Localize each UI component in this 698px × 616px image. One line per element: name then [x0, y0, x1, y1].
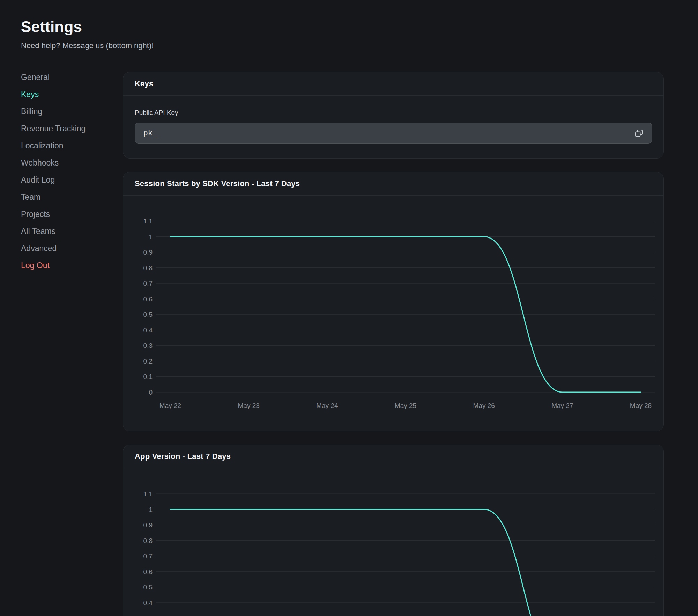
app-version-chart-header: App Version - Last 7 Days: [123, 445, 663, 468]
y-tick-label: 0.9: [143, 249, 153, 256]
app-version-chart-card: App Version - Last 7 Days 00.10.20.30.40…: [123, 445, 664, 616]
x-tick-label: May 24: [316, 402, 338, 409]
sdk-version-chart-header: Session Starts by SDK Version - Last 7 D…: [123, 172, 663, 196]
y-tick-label: 0.8: [143, 537, 153, 544]
app-version-chart: 00.10.20.30.40.50.60.70.80.911.1May 22Ma…: [123, 468, 664, 616]
sidebar-item-webhooks[interactable]: Webhooks: [21, 158, 123, 168]
y-axis-labels: 00.10.20.30.40.50.60.70.80.911.1: [143, 490, 153, 616]
public-api-key-label: Public API Key: [135, 109, 652, 117]
settings-layout: GeneralKeysBillingRevenue TrackingLocali…: [21, 72, 664, 616]
y-axis-labels: 00.10.20.30.40.50.60.70.80.911.1: [143, 218, 153, 396]
x-tick-label: May 28: [630, 402, 652, 409]
y-tick-label: 1: [149, 506, 153, 513]
y-tick-label: 1.1: [143, 218, 153, 225]
y-tick-label: 0.9: [143, 521, 153, 529]
sidebar-item-team[interactable]: Team: [21, 192, 123, 202]
y-tick-label: 0.4: [143, 327, 153, 334]
gridlines: [156, 221, 655, 392]
app-version-chart-title: App Version - Last 7 Days: [135, 452, 652, 461]
y-tick-label: 1.1: [143, 490, 153, 498]
y-tick-label: 0.5: [143, 584, 153, 591]
x-tick-label: May 23: [238, 402, 260, 409]
sdk-version-chart-area: 00.10.20.30.40.50.60.70.80.911.1May 22Ma…: [123, 196, 663, 431]
y-tick-label: 0.4: [143, 599, 153, 607]
public-api-key-field[interactable]: pk_: [135, 123, 652, 144]
y-tick-label: 0: [149, 389, 153, 396]
x-tick-label: May 22: [159, 402, 181, 409]
series-line-app-version-share: [170, 509, 641, 616]
y-tick-label: 0.2: [143, 358, 153, 365]
y-tick-label: 0.7: [143, 552, 153, 560]
keys-card-body: Public API Key pk_: [123, 96, 663, 158]
sidebar-item-advanced[interactable]: Advanced: [21, 244, 123, 253]
sidebar-item-revenue-tracking[interactable]: Revenue Tracking: [21, 124, 123, 133]
settings-main: Keys Public API Key pk_: [123, 72, 664, 616]
public-api-key-value: pk_: [143, 129, 157, 137]
y-tick-label: 1: [149, 233, 153, 241]
keys-card-header: Keys: [123, 72, 663, 96]
x-tick-label: May 26: [473, 402, 495, 409]
sidebar-item-audit-log[interactable]: Audit Log: [21, 175, 123, 185]
app-version-chart-area: 00.10.20.30.40.50.60.70.80.911.1May 22Ma…: [123, 468, 663, 616]
x-tick-label: May 25: [395, 402, 416, 409]
sidebar-item-billing[interactable]: Billing: [21, 107, 123, 116]
sidebar-item-all-teams[interactable]: All Teams: [21, 227, 123, 236]
sdk-version-chart: 00.10.20.30.40.50.60.70.80.911.1May 22Ma…: [123, 196, 664, 431]
gridlines: [156, 494, 655, 616]
sidebar-item-projects[interactable]: Projects: [21, 210, 123, 219]
y-tick-label: 0.3: [143, 615, 153, 616]
sidebar-nav: GeneralKeysBillingRevenue TrackingLocali…: [21, 72, 123, 278]
y-tick-label: 0.5: [143, 311, 153, 318]
sdk-version-chart-card: Session Starts by SDK Version - Last 7 D…: [123, 172, 664, 431]
y-tick-label: 0.6: [143, 295, 153, 303]
sidebar-item-keys[interactable]: Keys: [21, 90, 123, 99]
copy-icon: [634, 129, 644, 138]
keys-card: Keys Public API Key pk_: [123, 72, 664, 159]
y-tick-label: 0.1: [143, 373, 153, 380]
copy-button[interactable]: [633, 128, 644, 138]
sidebar-item-general[interactable]: General: [21, 73, 123, 82]
y-tick-label: 0.6: [143, 568, 153, 575]
sidebar-item-log-out[interactable]: Log Out: [21, 261, 123, 270]
y-tick-label: 0.7: [143, 280, 153, 287]
sidebar-item-localization[interactable]: Localization: [21, 141, 123, 151]
x-axis-labels: May 22May 23May 24May 25May 26May 27May …: [159, 402, 652, 409]
x-tick-label: May 27: [551, 402, 573, 409]
page-subtitle: Need help? Message us (bottom right)!: [21, 41, 664, 50]
sdk-version-chart-title: Session Starts by SDK Version - Last 7 D…: [135, 179, 652, 188]
y-tick-label: 0.8: [143, 264, 153, 272]
settings-page: Settings Need help? Message us (bottom r…: [0, 0, 698, 616]
page-title: Settings: [21, 18, 664, 36]
y-tick-label: 0.3: [143, 342, 153, 349]
keys-card-title: Keys: [135, 79, 652, 88]
